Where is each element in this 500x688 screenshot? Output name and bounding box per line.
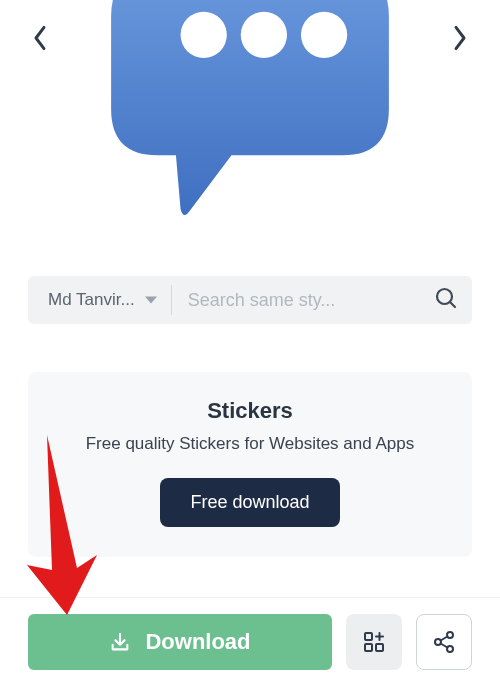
promo-subtitle: Free quality Stickers for Websites and A…	[50, 434, 450, 454]
previous-button[interactable]	[26, 24, 54, 52]
download-icon	[109, 631, 131, 653]
collection-add-icon	[362, 630, 386, 654]
search-input[interactable]	[188, 290, 434, 311]
svg-point-1	[241, 12, 287, 58]
share-icon	[432, 630, 456, 654]
separator	[171, 285, 172, 315]
next-button[interactable]	[446, 24, 474, 52]
svg-rect-7	[376, 644, 383, 651]
svg-rect-6	[365, 644, 372, 651]
bottom-bar: Download	[0, 597, 500, 670]
promo-download-button[interactable]: Free download	[160, 478, 339, 527]
promo-title: Stickers	[50, 398, 450, 424]
add-to-collection-button[interactable]	[346, 614, 402, 670]
share-button[interactable]	[416, 614, 472, 670]
svg-rect-5	[365, 633, 372, 640]
download-button-label: Download	[145, 629, 250, 655]
svg-line-13	[441, 637, 448, 641]
author-dropdown[interactable]: Md Tanvir...	[48, 290, 157, 310]
promo-card: Stickers Free quality Stickers for Websi…	[28, 372, 472, 557]
svg-line-14	[441, 644, 448, 648]
caret-down-icon	[145, 294, 157, 306]
svg-line-4	[450, 302, 455, 307]
svg-point-0	[181, 12, 227, 58]
search-icon	[434, 286, 458, 310]
search-button[interactable]	[434, 286, 458, 314]
chat-bubble-preview-icon	[106, 0, 394, 220]
download-button[interactable]: Download	[28, 614, 332, 670]
chevron-left-icon	[32, 24, 48, 52]
author-search-bar: Md Tanvir...	[28, 276, 472, 324]
chevron-right-icon	[452, 24, 468, 52]
author-name: Md Tanvir...	[48, 290, 135, 310]
svg-point-2	[301, 12, 347, 58]
